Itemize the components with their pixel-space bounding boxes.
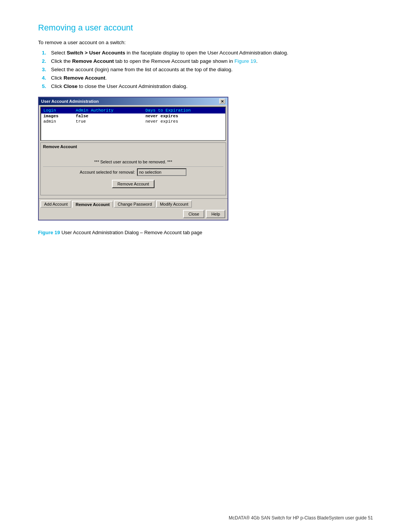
cell-exp-images: never expires	[143, 113, 225, 119]
accounts-table-area: Login Admin Authority Days to Expiration…	[40, 107, 226, 141]
cell-auth-images: false	[73, 113, 143, 119]
dialog-bottom-bar: Close Help	[39, 208, 228, 220]
step-text-4: Click Remove Account.	[51, 75, 107, 81]
tab-remove-account[interactable]: Remove Account	[72, 201, 113, 208]
page-title: Removing a user account	[38, 23, 373, 33]
account-selected-label: Account selected for removal:	[80, 170, 135, 174]
step-num-2: 2.	[42, 58, 49, 64]
figure-caption-text: User Account Administration Dialog – Rem…	[61, 230, 202, 235]
step-3: 3. Select the account (login) name from …	[42, 67, 373, 72]
dialog-tabs: Add Account Remove Account Change Passwo…	[39, 198, 228, 208]
account-selected-row: Account selected for removal:	[80, 168, 187, 176]
step-num-1: 1.	[42, 50, 49, 56]
step-text-2: Click the Remove Account tab to open the…	[51, 58, 258, 64]
step-text-5: Click Close to close the User Account Ad…	[51, 83, 188, 89]
page-footer: McDATA® 4Gb SAN Switch for HP p-Class Bl…	[0, 515, 411, 521]
step-num-4: 4.	[42, 75, 49, 81]
dialog-title: User Account Administration	[41, 99, 99, 104]
tab-modify-account[interactable]: Modify Account	[156, 200, 192, 208]
select-user-text: *** Select user account to be removed. *…	[94, 160, 172, 164]
close-button[interactable]: Close	[183, 210, 204, 218]
step-text-1: Select Switch > User Accounts in the fac…	[51, 50, 288, 56]
remove-account-section: Remove Account *** Select user account t…	[40, 142, 226, 195]
step-2: 2. Click the Remove Account tab to open …	[42, 58, 373, 64]
cell-auth-admin: true	[73, 119, 143, 124]
step-num-5: 5.	[42, 83, 49, 89]
dialog-window: User Account Administration ✕ Login Admi…	[38, 97, 228, 220]
figure-label: Figure 19	[38, 230, 60, 235]
step-5: 5. Click Close to close the User Account…	[42, 83, 373, 89]
cell-exp-admin: never expires	[143, 119, 225, 124]
remove-inner-content: *** Select user account to be removed. *…	[43, 152, 223, 192]
figure19-link[interactable]: Figure 19	[234, 58, 256, 64]
steps-list: 1. Select Switch > User Accounts in the …	[42, 50, 373, 89]
page-content: Removing a user account To remove a user…	[0, 0, 411, 258]
account-selected-input[interactable]	[137, 168, 186, 176]
col-expiration: Days to Expiration	[143, 107, 225, 113]
col-login: Login	[41, 107, 73, 113]
cell-login-images: images	[41, 113, 73, 119]
figure-caption: Figure 19 User Account Administration Di…	[38, 230, 373, 235]
intro-text: To remove a user account on a switch:	[38, 40, 373, 45]
tab-change-password[interactable]: Change Password	[114, 200, 155, 208]
dialog-body: Login Admin Authority Days to Expiration…	[39, 105, 228, 198]
table-row: admin true never expires	[41, 119, 225, 124]
table-row: images false never expires	[41, 113, 225, 119]
remove-account-button[interactable]: Remove Account	[112, 180, 154, 188]
dialog-titlebar: User Account Administration ✕	[39, 97, 228, 105]
tab-add-account[interactable]: Add Account	[40, 200, 71, 208]
step-text-3: Select the account (login) name from the…	[51, 67, 233, 72]
separator-line	[43, 166, 223, 167]
dialog-close-icon[interactable]: ✕	[219, 99, 225, 104]
help-button[interactable]: Help	[206, 210, 225, 218]
remove-account-section-label: Remove Account	[43, 144, 223, 149]
cell-login-admin: admin	[41, 119, 73, 124]
step-1: 1. Select Switch > User Accounts in the …	[42, 50, 373, 56]
step-4: 4. Click Remove Account.	[42, 75, 373, 81]
dialog-wrapper: User Account Administration ✕ Login Admi…	[38, 97, 373, 220]
col-admin: Admin Authority	[73, 107, 143, 113]
footer-text: McDATA® 4Gb SAN Switch for HP p-Class Bl…	[229, 515, 373, 521]
step-num-3: 3.	[42, 67, 49, 72]
accounts-table: Login Admin Authority Days to Expiration…	[41, 107, 225, 124]
